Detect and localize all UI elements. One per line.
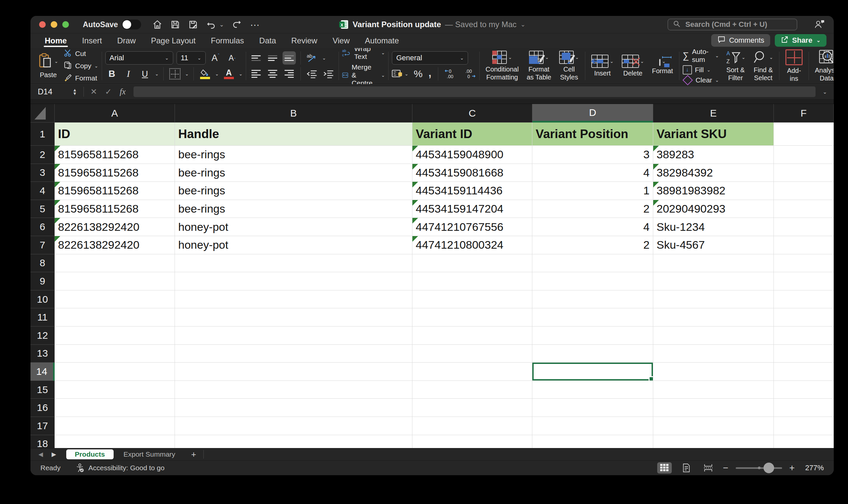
row-header-12[interactable]: 12 <box>31 326 55 345</box>
font-name-combo[interactable]: Arial⌄ <box>105 51 173 65</box>
home-icon[interactable] <box>152 20 162 30</box>
row-header-8[interactable]: 8 <box>31 254 55 272</box>
title-dropdown-chevron[interactable]: ⌄ <box>520 21 525 28</box>
name-box-stepper[interactable]: ▲▼ <box>73 88 77 95</box>
zoom-in-button[interactable]: + <box>789 463 795 473</box>
column-header-D[interactable]: D <box>532 104 653 123</box>
cell-C15[interactable] <box>412 381 532 399</box>
cell-C14[interactable] <box>412 363 532 381</box>
clear-button[interactable]: Clear ⌄ <box>683 76 719 84</box>
cell-F3[interactable] <box>774 164 834 182</box>
cell-C12[interactable] <box>412 326 532 345</box>
row-header-17[interactable]: 17 <box>31 417 55 435</box>
cell-F14[interactable] <box>774 363 834 381</box>
font-color-dropdown-chevron[interactable]: ⌄ <box>239 71 243 76</box>
tab-formulas[interactable]: Formulas <box>204 33 252 48</box>
cell-A2[interactable]: 8159658115268 <box>55 146 175 164</box>
row-header-6[interactable]: 6 <box>31 218 55 236</box>
cell-E7[interactable]: Sku-4567 <box>653 236 774 254</box>
cell-E18[interactable] <box>653 435 774 448</box>
save-icon[interactable] <box>170 20 180 30</box>
decrease-font-size-button[interactable]: Aˇ <box>226 51 239 65</box>
column-header-E[interactable]: E <box>653 104 774 123</box>
align-left-button[interactable] <box>249 67 263 80</box>
conditional-formatting-chevron[interactable]: ⌄ <box>508 55 512 60</box>
tab-insert[interactable]: Insert <box>74 33 110 48</box>
cell-F10[interactable] <box>774 290 834 309</box>
row-header-14[interactable]: 14 <box>31 363 55 381</box>
cell-B15[interactable] <box>175 381 412 399</box>
row-header-4[interactable]: 4 <box>31 182 55 200</box>
underline-dropdown-chevron[interactable]: ⌄ <box>155 71 159 76</box>
cell-B16[interactable] <box>175 399 412 417</box>
cell-E10[interactable] <box>653 290 774 309</box>
align-right-button[interactable] <box>283 67 296 80</box>
cell-D10[interactable] <box>532 290 653 309</box>
tab-automate[interactable]: Automate <box>357 33 407 48</box>
cell-C2[interactable]: 44534159048900 <box>412 146 532 164</box>
row-header-18[interactable]: 18 <box>31 435 55 448</box>
row-header-5[interactable]: 5 <box>31 200 55 218</box>
cell-A8[interactable] <box>55 254 175 272</box>
bold-button[interactable]: B <box>105 67 119 80</box>
paste-dropdown-chevron[interactable]: ⌄ <box>54 59 58 64</box>
cell-C11[interactable] <box>412 308 532 326</box>
cell-A4[interactable]: 8159658115268 <box>55 182 175 200</box>
autosum-button[interactable]: ∑ Auto-sum ⌄ <box>683 48 719 64</box>
cell-A9[interactable] <box>55 272 175 290</box>
clear-chevron[interactable]: ⌄ <box>715 77 719 83</box>
cell-C9[interactable] <box>412 272 532 290</box>
cell-E15[interactable] <box>653 381 774 399</box>
cell-F9[interactable] <box>774 272 834 290</box>
sheet-nav-right-icon[interactable]: ▶ <box>48 451 60 458</box>
cell-A7[interactable]: 8226138292420 <box>55 236 175 254</box>
insert-cells-button[interactable]: ⌄ Insert <box>589 54 616 78</box>
cell-A10[interactable] <box>55 290 175 309</box>
formula-bar-expand-chevron[interactable]: ⌄ <box>819 89 830 95</box>
cell-A14[interactable] <box>55 363 175 381</box>
cell-D11[interactable] <box>532 308 653 326</box>
tab-draw[interactable]: Draw <box>110 33 143 48</box>
zoom-window-button[interactable] <box>62 21 69 28</box>
cell-E13[interactable] <box>653 345 774 363</box>
comma-style-button[interactable]: , <box>428 68 432 75</box>
borders-dropdown-chevron[interactable]: ⌄ <box>185 71 189 76</box>
more-commands-icon[interactable]: … <box>250 21 260 24</box>
page-layout-view-button[interactable] <box>679 462 694 473</box>
accounting-dropdown-chevron[interactable]: ⌄ <box>404 71 408 76</box>
cell-F12[interactable] <box>774 326 834 345</box>
cut-button[interactable]: Cut <box>64 49 99 59</box>
cell-D14[interactable] <box>532 363 653 381</box>
row-header-2[interactable]: 2 <box>31 146 55 164</box>
conditional-formatting-button[interactable]: ⌄ Conditional Formatting <box>483 50 522 82</box>
find-select-chevron[interactable]: ⌄ <box>769 55 773 60</box>
cell-C4[interactable]: 44534159114436 <box>412 182 532 200</box>
cell-C18[interactable] <box>412 435 532 448</box>
cell-C10[interactable] <box>412 290 532 309</box>
cell-E2[interactable]: 389283 <box>653 146 774 164</box>
cell-D9[interactable] <box>532 272 653 290</box>
cell-D5[interactable]: 2 <box>532 200 653 218</box>
insert-function-icon[interactable]: fx <box>116 87 129 96</box>
cell-B2[interactable]: bee-rings <box>175 146 412 164</box>
cell-E3[interactable]: 382984392 <box>653 164 774 182</box>
cell-C8[interactable] <box>412 254 532 272</box>
formula-input[interactable] <box>134 86 815 97</box>
column-header-B[interactable]: B <box>175 104 412 123</box>
cell-F8[interactable] <box>774 254 834 272</box>
cell-D8[interactable] <box>532 254 653 272</box>
cell-F5[interactable] <box>774 200 834 218</box>
cell-F6[interactable] <box>774 218 834 236</box>
tab-home[interactable]: Home <box>37 33 74 48</box>
normal-view-button[interactable] <box>657 462 672 473</box>
cell-B17[interactable] <box>175 417 412 435</box>
cell-B10[interactable] <box>175 290 412 309</box>
cell-D13[interactable] <box>532 345 653 363</box>
copy-dropdown-chevron[interactable]: ⌄ <box>94 63 99 69</box>
tab-page-layout[interactable]: Page Layout <box>143 33 204 48</box>
cell-A1[interactable]: ID <box>55 123 175 146</box>
column-header-C[interactable]: C <box>412 104 532 123</box>
cell-B9[interactable] <box>175 272 412 290</box>
cell-A16[interactable] <box>55 399 175 417</box>
wrap-text-dropdown-chevron[interactable]: ⌄ <box>381 50 385 55</box>
